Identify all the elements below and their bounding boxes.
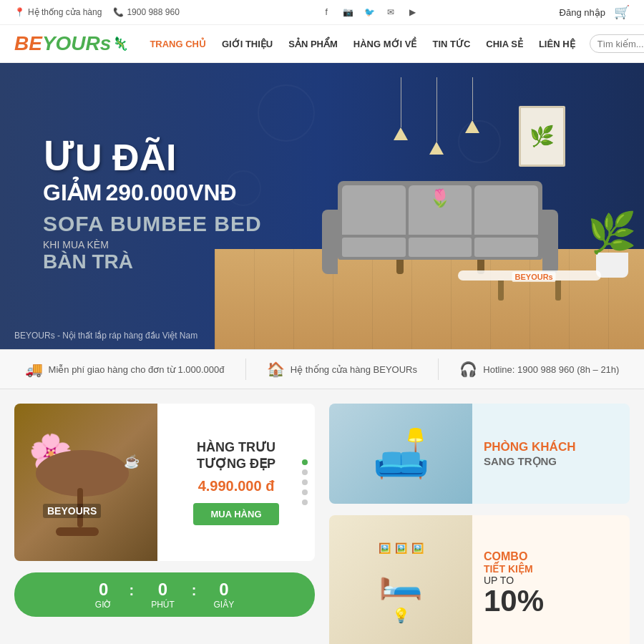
hero-promo-tag: ƯU ĐÃI — [43, 139, 262, 176]
countdown-minutes: 0 PHÚT — [134, 580, 192, 610]
promo-card-3: 🖼️ 🖼️ 🖼️ 🛏️ 💡 COMBO TIẾT KIỆM UP TO 10% — [329, 515, 630, 644]
cups-icon: ☕ — [124, 454, 140, 469]
cushion-seat-3 — [474, 238, 538, 257]
cushion-seat-2 — [409, 238, 472, 257]
search-input[interactable] — [597, 39, 644, 49]
wall-art-icon: 🌿 — [530, 125, 555, 148]
bed-icon: 🛏️ — [379, 560, 423, 601]
countdown-bar: 0 GIỜ : 0 PHÚT : 0 GIÂY — [14, 572, 315, 617]
lamp-icon: 💡 — [392, 607, 410, 624]
store-label: 📍 Hệ thống cửa hàng — [14, 7, 102, 17]
plant-leaves: 🌿 — [587, 213, 637, 253]
nav-tin-tuc[interactable]: TIN TỨC — [432, 39, 470, 49]
pendant-1 — [394, 77, 408, 155]
frame-2: 🖼️ — [395, 542, 407, 554]
promo-text-1: HÀNG TRƯUTƯỢNG ĐẸP 4.990.000 đ MUA HÀNG — [157, 425, 315, 540]
instagram-icon[interactable]: 📷 — [341, 6, 354, 19]
info-divider-1 — [245, 358, 246, 380]
wall-art: 🌿 — [519, 106, 565, 167]
nav-chia-se[interactable]: CHIA SẺ — [486, 39, 523, 49]
promo-subtitle-2: SANG TRỌNG — [484, 455, 618, 468]
stores-info: 🏠 Hệ thống cửa hàng BEYOURs — [267, 361, 417, 378]
sofa-arm-right — [542, 210, 558, 274]
frame-1: 🖼️ — [379, 542, 391, 554]
countdown-sep-1: : — [129, 582, 134, 599]
social-links: f 📷 🐦 ✉ ▶ — [320, 6, 419, 19]
logo-be: BE — [14, 32, 42, 55]
facebook-icon[interactable]: f — [320, 6, 333, 19]
coffee-table: BEYOURs — [458, 270, 601, 301]
countdown-hours: 0 GIỜ — [78, 580, 130, 610]
phone-icon: 📞 — [113, 7, 124, 17]
hotline-label: 📞 1900 988 960 — [113, 7, 179, 17]
email-icon[interactable]: ✉ — [384, 6, 397, 19]
main-nav: TRANG CHỦ GIỚI THIỆU SẢN PHẨM HÀNG MỚI V… — [150, 39, 575, 49]
countdown-sep-2: : — [192, 582, 197, 599]
slide-dot-5[interactable] — [302, 499, 308, 505]
promo-text-3: COMBO TIẾT KIỆM UP TO 10% — [472, 539, 630, 628]
hero-caption: BEYOURs - Nội thất lắp ráp hàng đầu Việt… — [14, 331, 197, 341]
buy-button[interactable]: MUA HÀNG — [193, 503, 278, 525]
bedroom-scene: 🖼️ 🖼️ 🖼️ 🛏️ 💡 — [379, 542, 424, 624]
login-link[interactable]: Đăng nhập — [560, 7, 605, 18]
cushion-back-3 — [474, 185, 538, 235]
promo-text-2: PHÒNG KHÁCH SANG TRỌNG — [472, 428, 630, 479]
nav-hang-moi-ve[interactable]: HÀNG MỚI VỀ — [353, 39, 417, 49]
promo-img-1: 🌸 ☕ BEYOURS — [14, 404, 157, 561]
table-leg-1 — [498, 280, 504, 301]
promo-price-1: 4.990.000 đ — [198, 478, 275, 494]
info-divider-2 — [438, 358, 439, 380]
slide-dot-1[interactable] — [302, 459, 308, 465]
wall-frames: 🖼️ 🖼️ 🖼️ — [379, 542, 424, 554]
shipping-info: 🚚 Miễn phí giao hàng cho đơn từ 1.000.00… — [25, 361, 225, 378]
slide-dot-4[interactable] — [302, 489, 308, 495]
cushion-back-1 — [342, 185, 406, 235]
promo-card-2: 🛋️ PHÒNG KHÁCH SANG TRỌNG — [329, 404, 630, 504]
pendant-3 — [465, 77, 479, 155]
beyours-tag: BEYOURs — [512, 272, 556, 282]
nav-gioi-thieu[interactable]: GIỚI THIỆU — [222, 39, 273, 49]
sofa: 🌷 — [322, 181, 558, 274]
left-promo: 🌸 ☕ BEYOURS HÀNG TRƯUTƯỢNG ĐẸP 4.990.000… — [14, 404, 315, 644]
promo-title-2: PHÒNG KHÁCH — [484, 439, 618, 455]
nav-san-pham[interactable]: SẢN PHẨM — [288, 39, 338, 49]
right-promo: 🛋️ PHÒNG KHÁCH SANG TRỌNG 🖼️ 🖼️ 🖼️ 🛏️ 💡 — [329, 404, 630, 644]
slide-dots — [302, 459, 308, 505]
slide-dot-3[interactable] — [302, 479, 308, 485]
hero-discount: GIẢM 290.000VNĐ — [43, 179, 262, 206]
logo: BEYOURs🦎 — [14, 32, 128, 55]
top-bar: 📍 Hệ thống cửa hàng 📞 1900 988 960 f 📷 🐦… — [0, 0, 644, 25]
top-bar-right: Đăng nhập 🛒 — [560, 4, 630, 20]
sofa-leg-1 — [396, 260, 404, 274]
youtube-icon[interactable]: ▶ — [406, 6, 419, 19]
hero-combo-item: BÀN TRÀ — [43, 250, 262, 273]
info-bar: 🚚 Miễn phí giao hàng cho đơn từ 1.000.00… — [0, 349, 644, 389]
logo-icon: 🦎 — [112, 36, 128, 52]
discount-value: 10% — [484, 586, 618, 616]
slide-dot-2[interactable] — [302, 469, 308, 475]
pendant-lights — [394, 77, 479, 155]
table-legs — [458, 280, 601, 301]
logo-yours: YOURs — [42, 32, 111, 55]
promo-title-1: HÀNG TRƯUTƯỢNG ĐẸP — [197, 439, 275, 473]
sofa-seat — [338, 235, 542, 260]
promo-card-1: 🌸 ☕ BEYOURS HÀNG TRƯUTƯỢNG ĐẸP 4.990.000… — [14, 404, 315, 561]
promo-img-3: 🖼️ 🖼️ 🖼️ 🛏️ 💡 — [329, 515, 472, 644]
nav-trang-chu[interactable]: TRANG CHỦ — [150, 39, 206, 49]
table-base — [56, 527, 99, 536]
top-bar-left: 📍 Hệ thống cửa hàng 📞 1900 988 960 — [14, 7, 180, 17]
tulip-decoration: 🌷 — [429, 188, 451, 208]
combo-label: COMBO — [484, 550, 618, 563]
plant: 🌿 — [587, 213, 637, 278]
hero-content: ƯU ĐÃI GIẢM 290.000VNĐ SOFA BUMBEE BED K… — [0, 110, 305, 302]
search-box[interactable]: 🔍 — [590, 34, 644, 53]
twitter-icon[interactable]: 🐦 — [363, 6, 376, 19]
main-content: 🌸 ☕ BEYOURS HÀNG TRƯUTƯỢNG ĐẸP 4.990.000… — [0, 389, 644, 644]
table-scene: 🌸 ☕ BEYOURS — [21, 411, 150, 554]
nav-lien-he[interactable]: LIÊN HỆ — [539, 39, 575, 49]
cart-icon[interactable]: 🛒 — [614, 4, 630, 20]
hero-product-name: SOFA BUMBEE BED — [43, 212, 262, 236]
headset-icon: 🎧 — [459, 361, 477, 378]
cushion-seat-1 — [342, 238, 406, 257]
tiet-kiem-label: TIẾT KIỆM — [484, 563, 618, 575]
